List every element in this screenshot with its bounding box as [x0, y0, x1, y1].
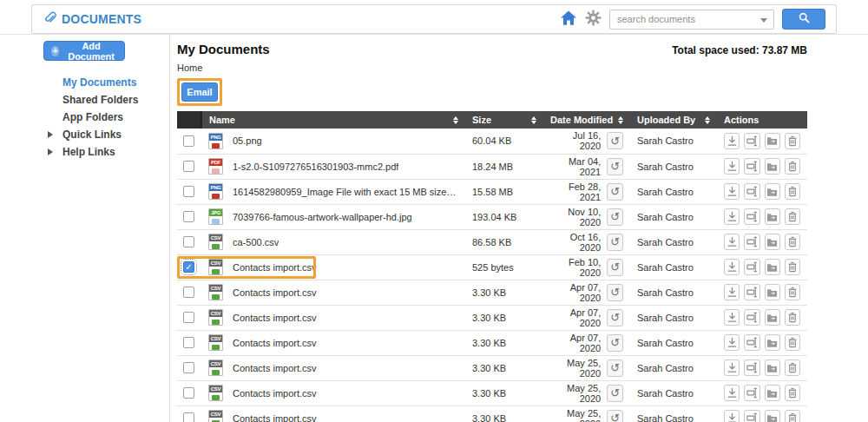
delete-button[interactable]: [785, 334, 800, 351]
delete-button[interactable]: [785, 259, 800, 275]
rename-button[interactable]: [744, 158, 760, 175]
file-name-link[interactable]: 1-s2.0-S1097276516301903-mmc2.pdf: [233, 162, 398, 172]
column-header-uploaded-by[interactable]: Uploaded By: [630, 111, 717, 129]
file-name-link[interactable]: Contacts import.csv: [233, 413, 317, 422]
version-history-button[interactable]: ↺: [607, 359, 623, 377]
download-button[interactable]: [724, 309, 740, 326]
delete-button[interactable]: [785, 208, 800, 225]
row-checkbox[interactable]: [183, 412, 194, 422]
rename-button[interactable]: [744, 359, 760, 376]
move-to-folder-button[interactable]: [765, 234, 780, 250]
rename-button[interactable]: [744, 183, 760, 200]
version-history-button[interactable]: ↺: [607, 385, 623, 402]
sort-icon[interactable]: [618, 116, 623, 124]
sidebar-item-shared-folders[interactable]: Shared Folders: [43, 91, 169, 109]
sidebar-item-help-links[interactable]: Help Links: [43, 143, 169, 161]
delete-button[interactable]: [785, 183, 800, 200]
move-to-folder-button[interactable]: [765, 208, 780, 225]
row-checkbox[interactable]: [183, 186, 194, 197]
download-button[interactable]: [724, 284, 740, 300]
delete-button[interactable]: [785, 234, 800, 250]
sort-icon[interactable]: [531, 116, 536, 124]
version-history-button[interactable]: ↺: [607, 259, 623, 276]
download-button[interactable]: [724, 359, 740, 376]
home-button[interactable]: [560, 10, 577, 29]
delete-button[interactable]: [785, 309, 800, 326]
download-button[interactable]: [724, 133, 740, 149]
breadcrumb[interactable]: Home: [177, 63, 807, 73]
sidebar-item-my-documents[interactable]: My Documents: [43, 74, 169, 91]
version-history-button[interactable]: ↺: [607, 132, 623, 149]
download-button[interactable]: [724, 385, 740, 401]
file-name-link[interactable]: Contacts import.csv: [233, 388, 317, 399]
rename-button[interactable]: [744, 234, 760, 250]
file-name-link[interactable]: Contacts import.csv: [233, 363, 317, 373]
row-checkbox[interactable]: [183, 362, 194, 373]
rename-button[interactable]: [744, 208, 760, 225]
rename-button[interactable]: [744, 385, 760, 401]
sort-icon[interactable]: [453, 116, 458, 124]
file-name-link[interactable]: Contacts import.csv: [233, 262, 317, 273]
move-to-folder-button[interactable]: [765, 334, 780, 351]
column-header-actions[interactable]: Actions: [717, 111, 807, 129]
move-to-folder-button[interactable]: [765, 359, 780, 376]
row-checkbox[interactable]: [183, 211, 194, 222]
move-to-folder-button[interactable]: [765, 410, 780, 422]
download-button[interactable]: [724, 334, 740, 351]
settings-button[interactable]: [585, 10, 602, 29]
version-history-button[interactable]: ↺: [607, 309, 623, 326]
version-history-button[interactable]: ↺: [607, 183, 623, 201]
file-name-link[interactable]: 7039766-famous-artwork-wallpaper-hd.jpg: [233, 212, 412, 222]
row-checkbox[interactable]: [183, 135, 194, 147]
expand-arrow-icon[interactable]: [48, 131, 53, 138]
expand-arrow-icon[interactable]: [48, 148, 53, 155]
download-button[interactable]: [724, 259, 740, 275]
column-header-size[interactable]: Size: [465, 111, 543, 129]
app-logo[interactable]: DOCUMENTS: [43, 10, 141, 28]
move-to-folder-button[interactable]: [765, 385, 780, 401]
version-history-button[interactable]: ↺: [607, 410, 623, 422]
add-document-button[interactable]: + Add Document: [43, 41, 125, 61]
delete-button[interactable]: [785, 385, 800, 401]
download-button[interactable]: [724, 158, 740, 175]
delete-button[interactable]: [785, 410, 800, 422]
sidebar-item-app-folders[interactable]: App Folders: [43, 109, 169, 126]
row-checkbox[interactable]: [183, 161, 194, 172]
delete-button[interactable]: [785, 158, 800, 175]
row-checkbox[interactable]: ✓: [183, 261, 194, 273]
file-name-link[interactable]: 1614582980959_Image File with exact 15 M…: [233, 187, 458, 197]
column-header-date-modified[interactable]: Date Modified: [543, 111, 630, 129]
move-to-folder-button[interactable]: [765, 133, 780, 149]
search-input[interactable]: [609, 10, 774, 30]
move-to-folder-button[interactable]: [765, 309, 780, 326]
version-history-button[interactable]: ↺: [607, 234, 623, 251]
download-button[interactable]: [724, 410, 740, 422]
file-name-link[interactable]: 05.png: [233, 135, 262, 146]
row-checkbox[interactable]: [183, 287, 194, 298]
search-button[interactable]: [782, 9, 825, 30]
move-to-folder-button[interactable]: [765, 158, 780, 175]
version-history-button[interactable]: ↺: [607, 158, 623, 175]
delete-button[interactable]: [785, 133, 800, 149]
move-to-folder-button[interactable]: [765, 259, 780, 275]
download-button[interactable]: [724, 183, 740, 200]
column-header-name[interactable]: Name: [201, 111, 465, 129]
sidebar-item-quick-links[interactable]: Quick Links: [43, 126, 169, 143]
file-name-link[interactable]: Contacts import.csv: [233, 287, 317, 298]
dropdown-caret-icon[interactable]: [760, 18, 767, 23]
move-to-folder-button[interactable]: [765, 284, 780, 300]
row-checkbox[interactable]: [183, 337, 194, 348]
email-button[interactable]: Email: [181, 82, 218, 102]
sort-icon[interactable]: [705, 116, 710, 124]
delete-button[interactable]: [785, 284, 800, 300]
row-checkbox[interactable]: [183, 312, 194, 323]
rename-button[interactable]: [744, 410, 760, 422]
row-checkbox[interactable]: [183, 387, 194, 399]
rename-button[interactable]: [744, 259, 760, 275]
version-history-button[interactable]: ↺: [607, 208, 623, 226]
delete-button[interactable]: [785, 359, 800, 376]
rename-button[interactable]: [744, 133, 760, 149]
rename-button[interactable]: [744, 334, 760, 351]
download-button[interactable]: [724, 234, 740, 250]
download-button[interactable]: [724, 208, 740, 225]
